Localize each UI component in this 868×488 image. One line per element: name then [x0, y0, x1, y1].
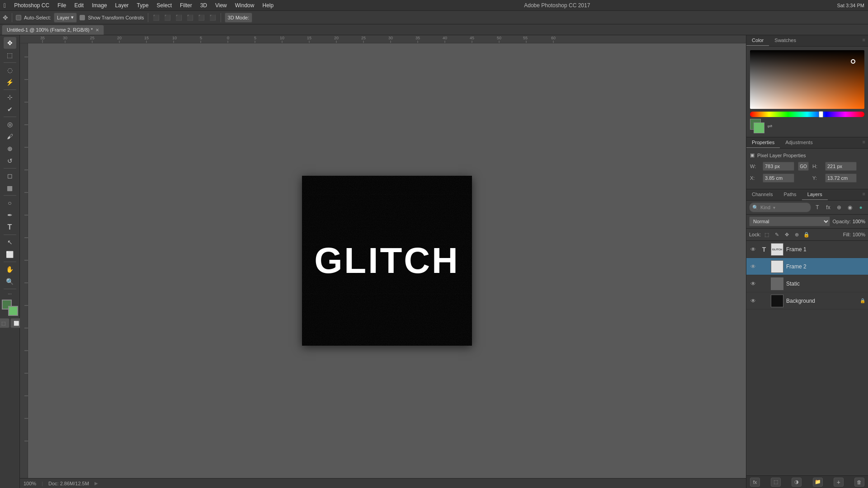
add-layer-button[interactable]: + — [834, 478, 844, 487]
y-input[interactable] — [825, 174, 857, 183]
3d-mode-btn[interactable]: 3D Mode: — [225, 13, 253, 23]
menu-3d[interactable]: 3D — [197, 1, 211, 9]
color-swap-arrow[interactable]: ⇌ — [767, 122, 773, 130]
layers-panel-menu[interactable]: ≡ — [860, 189, 868, 200]
layer-visibility-toggle[interactable]: 👁 — [749, 245, 757, 253]
brush-tool[interactable]: 🖌 — [4, 131, 16, 142]
layer-visibility-toggle[interactable]: 👁 — [749, 263, 757, 271]
menu-file[interactable]: File — [54, 1, 70, 9]
menu-filter[interactable]: Filter — [176, 1, 196, 9]
fill-value[interactable]: 100% — [853, 232, 865, 237]
status-arrow[interactable]: ▶ — [94, 481, 98, 486]
hue-thumb[interactable] — [819, 111, 823, 117]
tab-properties[interactable]: Properties — [746, 137, 780, 148]
background-color[interactable] — [8, 306, 18, 316]
color-panel-menu[interactable]: ≡ — [860, 35, 868, 46]
x-input[interactable] — [763, 174, 794, 183]
align-top-icon[interactable]: ⬛ — [186, 14, 194, 21]
shape-tool[interactable]: ⬜ — [4, 249, 16, 260]
menu-window[interactable]: Window — [231, 1, 258, 9]
layer-visibility-toggle[interactable]: 👁 — [749, 280, 757, 288]
layer-row[interactable]: 👁 Static — [746, 275, 868, 292]
spot-heal-tool[interactable]: ◎ — [4, 118, 16, 130]
menu-photoshop[interactable]: Photoshop CC — [10, 1, 53, 9]
layer-row[interactable]: 👁 Background 🔒 — [746, 292, 868, 310]
layers-filter-box[interactable]: 🔍 Kind ▾ — [749, 202, 811, 212]
layer-filter-toggle[interactable]: ● — [856, 203, 865, 212]
go-button[interactable]: GO — [798, 162, 809, 171]
tab-paths[interactable]: Paths — [778, 189, 802, 200]
align-left-icon[interactable]: ⬛ — [152, 14, 160, 21]
text-tool[interactable]: T — [4, 221, 16, 233]
dodge-tool[interactable]: ○ — [4, 197, 16, 209]
opacity-value[interactable]: 100% — [853, 219, 865, 224]
h-input[interactable] — [825, 162, 857, 171]
layer-filter-type-btn[interactable]: T — [813, 203, 822, 212]
menu-select[interactable]: Select — [153, 1, 175, 9]
add-mask-button[interactable]: ⬚ — [771, 478, 781, 487]
history-brush-tool[interactable]: ↺ — [4, 155, 16, 167]
gradient-tool[interactable]: ▦ — [4, 182, 16, 194]
hue-slider[interactable] — [750, 112, 864, 117]
layer-visibility-toggle[interactable]: 👁 — [749, 297, 757, 305]
quick-mask-btn[interactable]: ⬚ — [0, 318, 9, 328]
more-tools[interactable]: ··· — [7, 291, 12, 297]
tab-swatches[interactable]: Swatches — [769, 35, 802, 46]
eraser-tool[interactable]: ◻ — [4, 170, 16, 182]
menu-image[interactable]: Image — [88, 1, 110, 9]
lock-position-btn[interactable]: ✥ — [783, 230, 791, 239]
filter-dropdown-arrow[interactable]: ▾ — [773, 205, 775, 210]
layer-row[interactable]: 👁 Frame 2 — [746, 258, 868, 275]
lock-transparent-btn[interactable]: ⬚ — [763, 230, 771, 239]
align-right-icon[interactable]: ⬛ — [175, 14, 183, 21]
canvas-document[interactable]: GLITCH — [302, 176, 472, 346]
lock-artboard-btn[interactable]: ⊕ — [793, 230, 801, 239]
menu-edit[interactable]: Edit — [71, 1, 88, 9]
menu-view[interactable]: View — [212, 1, 231, 9]
color-swatches-fg-bg[interactable] — [750, 119, 764, 133]
move-tool-icon[interactable]: ✥ — [3, 14, 8, 21]
pen-tool[interactable]: ✒ — [4, 209, 16, 221]
add-group-button[interactable]: 📁 — [813, 478, 823, 487]
color-gradient-picker[interactable] — [750, 50, 864, 109]
props-panel-menu[interactable]: ≡ — [860, 137, 868, 148]
layer-row[interactable]: 👁 T GLITCH Frame 1 — [746, 241, 868, 258]
eyedropper-tool[interactable]: ✔ — [4, 103, 16, 115]
background-swatch[interactable] — [754, 122, 764, 133]
tab-layers[interactable]: Layers — [802, 189, 828, 200]
lock-image-btn[interactable]: ✎ — [773, 230, 781, 239]
align-bottom-icon[interactable]: ⬛ — [208, 14, 217, 21]
hand-tool[interactable]: ✋ — [4, 263, 16, 275]
menu-layer[interactable]: Layer — [112, 1, 132, 9]
add-adjustment-button[interactable]: ◑ — [792, 478, 802, 487]
layer-filter-attr-btn[interactable]: ◉ — [845, 203, 854, 212]
blend-mode-select[interactable]: Normal — [749, 216, 830, 226]
layer-filter-mode-btn[interactable]: ⊕ — [835, 203, 844, 212]
lasso-tool[interactable]: ◌ — [4, 64, 16, 76]
document-tab[interactable]: Untitled-1 @ 100% (Frame 2, RGB/8) * ✕ — [2, 25, 104, 35]
menu-type[interactable]: Type — [133, 1, 152, 9]
clone-tool[interactable]: ⊕ — [4, 143, 16, 155]
zoom-tool[interactable]: 🔍 — [4, 276, 16, 287]
canvas-viewport[interactable]: GLITCH — [28, 43, 746, 478]
tab-channels[interactable]: Channels — [746, 189, 778, 200]
delete-layer-button[interactable]: 🗑 — [854, 478, 864, 487]
layer-select-dropdown[interactable]: Layer ▾ — [54, 13, 77, 23]
path-select-tool[interactable]: ↖ — [4, 236, 16, 248]
align-center-h-icon[interactable]: ⬛ — [163, 14, 172, 21]
align-center-v-icon[interactable]: ⬛ — [197, 14, 206, 21]
menu-help[interactable]: Help — [259, 1, 277, 9]
auto-select-checkbox[interactable] — [16, 15, 21, 20]
move-tool[interactable]: ✥ — [4, 37, 16, 49]
w-input[interactable] — [763, 162, 794, 171]
wand-tool[interactable]: ⚡ — [4, 76, 16, 88]
layer-fx-button[interactable]: fx — [750, 478, 760, 487]
tab-close-button[interactable]: ✕ — [95, 28, 99, 33]
transform-controls-checkbox[interactable] — [80, 15, 85, 20]
marquee-tool[interactable]: ⬚ — [4, 49, 16, 61]
crop-tool[interactable]: ⊹ — [4, 91, 16, 103]
foreground-background-colors[interactable] — [2, 300, 18, 316]
tab-adjustments[interactable]: Adjustments — [780, 137, 818, 148]
tab-color[interactable]: Color — [746, 35, 769, 46]
lock-all-btn[interactable]: 🔒 — [802, 230, 811, 239]
